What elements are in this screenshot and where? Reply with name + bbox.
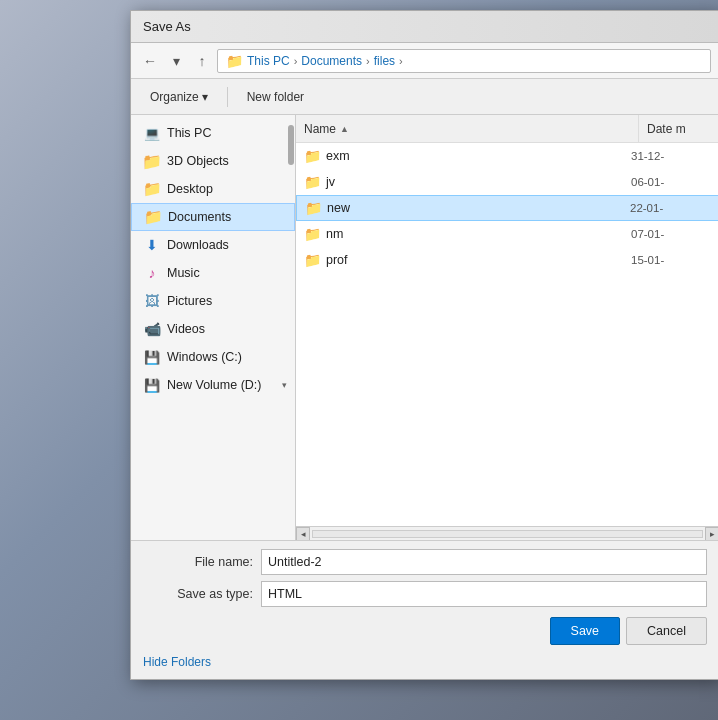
address-bar: ← ▾ ↑ 📁 This PC › Documents › files › [131,43,718,79]
drive-c-icon: 💾 [143,348,161,366]
sidebar-item-new-volume-d[interactable]: 💾 New Volume (D:) ▾ [131,371,295,399]
down-button[interactable]: ▾ [165,50,187,72]
breadcrumb-files[interactable]: files [374,54,395,68]
file-name-label: File name: [143,555,253,569]
cancel-button[interactable]: Cancel [626,617,707,645]
file-name-input[interactable] [261,549,707,575]
save-type-row: Save as type: [143,581,707,607]
music-icon: ♪ [143,264,161,282]
scroll-down-arrow: ▾ [282,380,287,390]
documents-folder-icon: 📁 [144,208,162,226]
sidebar: 💻 This PC 📁 3D Objects 📁 Desktop 📁 Docum… [131,115,296,540]
dialog-title: Save As [143,19,191,34]
column-name[interactable]: Name ▲ [296,115,639,142]
scroll-left-button[interactable]: ◂ [296,527,310,541]
folder-icon: 📁 [304,226,320,242]
folder-icon: 📁 [226,53,243,69]
save-button[interactable]: Save [550,617,621,645]
sidebar-item-videos[interactable]: 📹 Videos [131,315,295,343]
table-row-selected[interactable]: 📁 new 22-01- [296,195,718,221]
desktop-folder-icon: 📁 [143,180,161,198]
new-folder-button[interactable]: New folder [236,85,315,109]
file-area: Name ▲ Date m 📁 exm 31-12- 📁 jv [296,115,718,540]
hide-folders-link[interactable]: Hide Folders [143,655,211,669]
sidebar-item-desktop[interactable]: 📁 Desktop [131,175,295,203]
up-button[interactable]: ↑ [191,50,213,72]
drive-d-icon: 💾 [143,376,161,394]
breadcrumb: 📁 This PC › Documents › files › [217,49,711,73]
sidebar-item-music[interactable]: ♪ Music [131,259,295,287]
horizontal-scrollbar[interactable]: ◂ ▸ [296,526,718,540]
save-as-type-label: Save as type: [143,587,253,601]
pictures-icon: 🖼 [143,292,161,310]
column-date[interactable]: Date m [639,122,718,136]
table-row[interactable]: 📁 jv 06-01- [296,169,718,195]
sidebar-item-this-pc[interactable]: 💻 This PC [131,119,295,147]
toolbar-separator [227,87,228,107]
hide-folders-row: Hide Folders [143,649,707,671]
sidebar-item-documents[interactable]: 📁 Documents [131,203,295,231]
sidebar-item-3d-objects[interactable]: 📁 3D Objects [131,147,295,175]
organize-button[interactable]: Organize ▾ [139,85,219,109]
file-list-header: Name ▲ Date m [296,115,718,143]
sidebar-item-pictures[interactable]: 🖼 Pictures [131,287,295,315]
table-row[interactable]: 📁 nm 07-01- [296,221,718,247]
file-list: 📁 exm 31-12- 📁 jv 06-01- 📁 new 22-01- [296,143,718,526]
table-row[interactable]: 📁 prof 15-01- [296,247,718,273]
main-area: 💻 This PC 📁 3D Objects 📁 Desktop 📁 Docum… [131,115,718,540]
scroll-track[interactable] [312,530,703,538]
toolbar: Organize ▾ New folder [131,79,718,115]
scroll-right-button[interactable]: ▸ [705,527,718,541]
computer-icon: 💻 [143,124,161,142]
folder-icon: 📁 [304,252,320,268]
title-bar: Save As [131,11,718,43]
save-as-type-input[interactable] [261,581,707,607]
bottom-bar: File name: Save as type: Save Cancel Hid… [131,540,718,679]
sort-arrow-icon: ▲ [340,124,349,134]
organize-dropdown-icon: ▾ [202,90,208,104]
back-button[interactable]: ← [139,50,161,72]
folder-3d-icon: 📁 [143,152,161,170]
file-name-row: File name: [143,549,707,575]
folder-icon: 📁 [305,200,321,216]
folder-icon: 📁 [304,174,320,190]
breadcrumb-thispc[interactable]: This PC [247,54,290,68]
table-row[interactable]: 📁 exm 31-12- [296,143,718,169]
sidebar-item-windows-c[interactable]: 💾 Windows (C:) [131,343,295,371]
dialog-buttons: Save Cancel [143,617,707,649]
save-as-dialog: Save As ← ▾ ↑ 📁 This PC › Documents › fi… [130,10,718,680]
videos-icon: 📹 [143,320,161,338]
downloads-icon: ⬇ [143,236,161,254]
sidebar-item-downloads[interactable]: ⬇ Downloads [131,231,295,259]
folder-icon: 📁 [304,148,320,164]
sidebar-scrollbar-thumb[interactable] [288,125,294,165]
breadcrumb-documents[interactable]: Documents [301,54,362,68]
